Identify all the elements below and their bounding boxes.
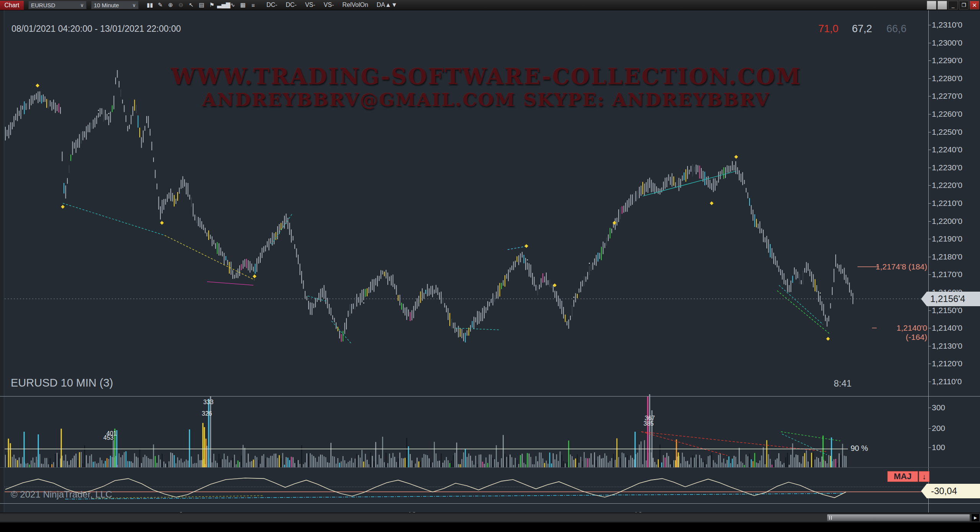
bar-chart-icon[interactable]: ▮▮ [145,2,155,8]
axis-tick [928,203,931,204]
bar-timer: 8:41 [834,378,852,389]
price-axis-line [928,10,929,521]
line-path-icon[interactable]: ∿ [227,2,238,8]
volume-axis-label: 100 [932,443,945,452]
zoom-out-icon[interactable]: ⊖ [176,2,186,8]
volume-value-label: 333 [203,399,214,406]
price-axis-label: 1,2300'0 [932,38,962,47]
axis-tick [928,60,931,61]
price-chart-svg[interactable] [0,10,980,522]
current-price-box: 1,2156'4 [921,292,980,306]
volume-value-label: 326 [202,410,212,417]
restore-button[interactable]: ❐ [959,1,969,10]
zoom-in-icon[interactable]: ⊕ [165,2,176,8]
price-axis-label: 1,2150'0 [932,306,962,315]
toolbar-text-buttons: DC-DC-VS-VS-RelVolOnDA▲▼ [262,2,402,8]
price-axis-label: 1,2240'0 [932,145,962,154]
toolbar-button-vs-2[interactable]: VS- [305,2,315,8]
price-axis-label: 1,2200'0 [932,217,962,226]
volume-axis-label: 200 [932,424,945,433]
copyright-label: © 2021 NinjaTrader, LLC [11,489,112,500]
axis-tick [928,447,931,448]
axis-tick [928,274,931,275]
instrument-select[interactable]: EURUSD ∨ [28,1,87,9]
panel-separator-volume-oscillator [0,467,980,468]
price-axis-label: 1,2270'0 [932,91,962,101]
chevron-down-icon: ∨ [132,2,136,8]
axis-tick [928,185,931,186]
indicator-grid-icon[interactable]: ▦ [238,2,248,8]
price-axis-label: 1,2290'0 [932,56,962,65]
volume-bars [5,394,848,467]
list-icon[interactable]: ≡ [248,2,258,8]
axis-tick [928,310,931,311]
volume-value-label: 385 [644,420,654,427]
pencil-icon[interactable]: ✎ [155,2,165,8]
workspace-1-button[interactable] [927,1,936,10]
volume-axis-label: 300 [932,403,945,412]
axis-tick [928,328,931,328]
axis-tick [928,150,931,150]
axis-tick [928,239,931,239]
column-chart-icon[interactable]: ▃▅▇ [217,2,227,8]
axis-tick [928,43,931,43]
toolbar-button-da-5[interactable]: DA▲▼ [377,2,397,8]
price-axis-label: 1,2170'0 [932,270,962,279]
price-axis-label: 1,2110'0 [932,377,962,386]
axis-tick [928,168,931,168]
price-bars [5,70,853,343]
scrollbar-thumb[interactable] [827,514,970,521]
interval-select[interactable]: 10 Minute ∨ [91,1,139,9]
volume-pct-label: 90 % [851,444,868,453]
data-inspector-icon[interactable]: ▤ [196,2,207,8]
toolbar-button-relvolon-4[interactable]: RelVolOn [342,2,368,8]
axis-tick [928,221,931,222]
axis-tick [928,132,931,132]
panel-separator-price-volume [0,396,980,397]
maj-label: MAJ [887,471,918,482]
window-buttons: _❐✕ [926,1,979,10]
chart-root[interactable]: WWW.TRADING-SOFTWARE-COLLECTION.COM ANDR… [0,10,980,522]
indicator-value-2: 67,2 [841,23,872,35]
axis-tick [928,25,931,25]
flag-icon[interactable]: ⚑ [207,2,217,8]
price-axis-label: 1,2130'0 [932,341,962,351]
price-axis-label: 1,2140'0 [932,323,962,333]
level-label-lower: 1,2140'0 (-164) [874,323,927,342]
price-axis-label: 1,2260'0 [932,109,962,119]
pivot-markers [36,83,830,341]
cursor-icon[interactable]: ↖ [186,2,196,8]
panel-title: EURUSD 10 MIN (3) [11,377,113,389]
toolbar-button-vs-3[interactable]: VS- [324,2,334,8]
oscillator-line [5,478,846,498]
price-axis-label: 1,2280'0 [932,74,962,83]
price-axis-label: 1,2190'0 [932,234,962,243]
axis-tick [928,408,931,408]
maj-indicator-badge[interactable]: MAJ ↓ [887,471,929,482]
axis-tick [928,78,931,79]
price-levels [5,267,928,328]
toolbar-button-dc-0[interactable]: DC- [266,2,277,8]
chevron-down-icon: ∨ [80,2,84,8]
axis-tick [928,346,931,346]
close-button[interactable]: ✕ [970,1,979,10]
scroll-right-arrow[interactable]: ▶ [972,514,979,521]
indicator-value-3: 66,6 [876,23,906,35]
tab-chart[interactable]: Chart [0,1,24,10]
panel-separator-oscillator-xaxis [0,503,980,504]
price-axis-label: 1,2230'0 [932,163,962,172]
axis-tick [928,428,931,429]
minimize-button[interactable]: _ [948,1,958,10]
price-axis-label: 1,2220'0 [932,181,962,190]
visible-date-range: 08/01/2021 04:20:00 - 13/01/2021 22:00:0… [11,24,181,34]
axis-tick [928,364,931,364]
axis-tick [928,96,931,96]
toolbar-button-dc-1[interactable]: DC- [286,2,296,8]
thumb-grip [829,516,830,520]
oscillator [5,478,928,499]
workspace-2-button[interactable] [938,1,947,10]
horizontal-scrollbar[interactable]: ▶ [0,512,980,522]
thumb-grip [831,516,832,520]
price-axis-label: 1,2120'0 [932,359,962,368]
volume-value-label: 453 [103,434,114,441]
